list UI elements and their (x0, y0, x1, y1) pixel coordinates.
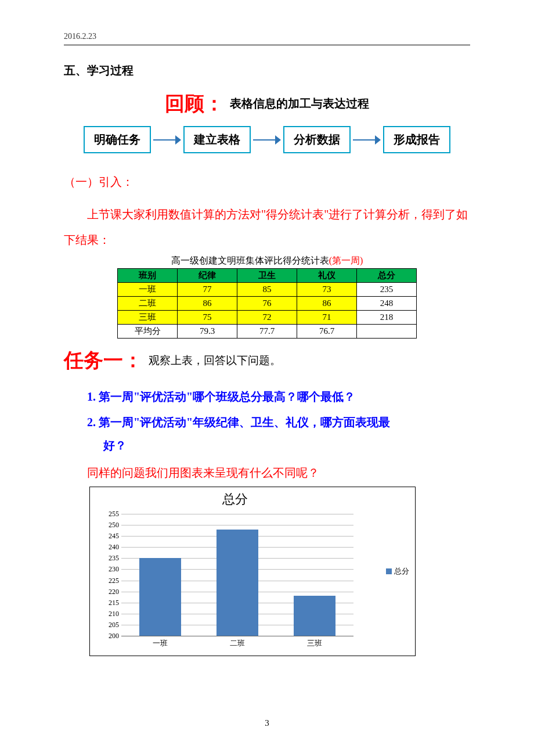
chart-y-tick: 200 (90, 632, 119, 640)
cell: 86 (178, 297, 237, 311)
process-flow: 明确任务 建立表格 分析数据 形成报告 (64, 126, 470, 153)
col-header: 礼仪 (297, 269, 357, 283)
chart-bar (294, 596, 335, 636)
chart-y-tick: 245 (90, 532, 119, 541)
arrow-icon (353, 134, 381, 146)
chart-y-tick: 255 (90, 510, 119, 519)
question-1: 1. 第一周"评优活动"哪个班级总分最高？哪个最低？ (87, 384, 470, 409)
chart-x-tick: 三班 (294, 638, 335, 649)
col-header: 纪律 (178, 269, 237, 283)
question-2-line1: 2. 第一周"评优活动"年级纪律、卫生、礼仪，哪方面表现最 (87, 409, 470, 435)
cell: 79.3 (178, 325, 237, 339)
intro-paragraph: 上节课大家利用数值计算的方法对"得分统计表"进行了计算分析，得到了如下结果： (64, 201, 470, 253)
chart-x-tick: 二班 (217, 638, 258, 649)
cell (357, 325, 417, 339)
cell: 72 (237, 311, 297, 325)
legend-label: 总分 (394, 566, 409, 577)
chart-y-tick: 205 (90, 620, 119, 629)
table-title-week: (第一周) (329, 255, 363, 265)
cell: 平均分 (118, 325, 178, 339)
cell: 85 (237, 283, 297, 297)
chart-y-tick: 215 (90, 598, 119, 607)
page-number: 3 (0, 718, 534, 728)
chart-y-tick: 220 (90, 587, 119, 596)
cell: 75 (178, 311, 237, 325)
cell: 73 (297, 283, 357, 297)
table-title-text: 高一级创建文明班集体评比得分统计表 (171, 255, 329, 265)
chart-bar (139, 558, 181, 636)
score-table: 班别 纪律 卫生 礼仪 总分 一班 77 85 73 235 二班 86 76 … (117, 268, 417, 339)
cell: 235 (357, 283, 417, 297)
cell: 77 (178, 283, 237, 297)
table-row: 三班 75 72 71 218 (118, 311, 417, 325)
table-row: 二班 86 76 86 248 (118, 297, 417, 311)
chart-y-tick: 225 (90, 576, 119, 585)
bar-chart: 总分 200205210215220225230235240245250255一… (89, 487, 416, 656)
cell: 248 (357, 297, 417, 311)
question-2-line2: 好？ (103, 433, 470, 458)
cell: 76 (237, 297, 297, 311)
score-table-title: 高一级创建文明班集体评比得分统计表(第一周) (64, 255, 470, 267)
review-heading: 回顾： 表格信息的加工与表达过程 (64, 93, 470, 113)
arrow-icon (253, 134, 281, 146)
table-row-avg: 平均分 79.3 77.7 76.7 (118, 325, 417, 339)
chart-title: 总分 (90, 491, 380, 508)
table-row: 一班 77 85 73 235 (118, 283, 417, 297)
chart-y-tick: 235 (90, 554, 119, 563)
cell: 86 (297, 297, 357, 311)
task-subtitle: 观察上表，回答以下问题。 (149, 354, 281, 366)
task-1-heading: 任务一： 观察上表，回答以下问题。 (64, 350, 470, 370)
review-label: 回顾： (165, 92, 224, 114)
cell: 76.7 (297, 325, 357, 339)
chart-legend: 总分 (386, 566, 409, 577)
col-header: 班别 (118, 269, 178, 283)
chart-y-tick: 230 (90, 565, 119, 574)
chart-y-tick: 210 (90, 609, 119, 618)
chart-y-tick: 250 (90, 521, 119, 530)
section-5-heading: 五、学习过程 (64, 63, 470, 78)
cell: 二班 (118, 297, 178, 311)
header-date: 2016.2.23 (64, 32, 470, 41)
review-subtitle: 表格信息的加工与表达过程 (230, 97, 369, 110)
header-rule (64, 45, 470, 45)
chart-prompt: 同样的问题我们用图表来呈现有什么不同呢？ (87, 465, 470, 481)
col-header: 卫生 (237, 269, 297, 283)
chart-bar (217, 530, 258, 636)
chart-gridline (121, 514, 353, 514)
chart-gridline (121, 636, 353, 636)
cell: 71 (297, 311, 357, 325)
arrow-icon (153, 134, 181, 146)
flow-step-2: 建立表格 (183, 126, 251, 153)
chart-y-tick: 240 (90, 543, 119, 552)
flow-step-4: 形成报告 (383, 126, 450, 153)
cell: 77.7 (237, 325, 297, 339)
chart-gridline (121, 525, 353, 525)
legend-color-icon (386, 568, 392, 574)
task-label: 任务一： (64, 349, 143, 371)
cell: 三班 (118, 311, 178, 325)
chart-plot-area: 200205210215220225230235240245250255一班二班… (121, 514, 353, 636)
cell: 一班 (118, 283, 178, 297)
flow-step-1: 明确任务 (84, 126, 151, 153)
chart-x-tick: 一班 (139, 638, 181, 649)
col-header: 总分 (357, 269, 417, 283)
cell: 218 (357, 311, 417, 325)
subsection-intro-heading: （一）引入： (64, 174, 470, 190)
flow-step-3: 分析数据 (283, 126, 351, 153)
